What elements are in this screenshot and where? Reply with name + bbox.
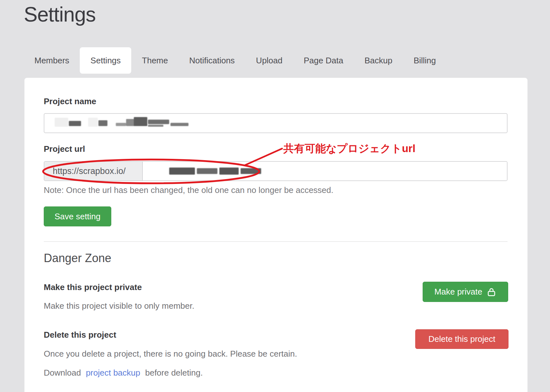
redacted-project-name-value: [44, 114, 507, 132]
tab-billing[interactable]: Billing: [403, 47, 446, 74]
make-private-button[interactable]: Make private: [423, 282, 508, 302]
project-backup-link[interactable]: project backup: [86, 368, 140, 378]
url-prefix: https://scrapbox.io/: [44, 162, 143, 180]
project-url-input[interactable]: [143, 162, 507, 180]
annotation-label: 共有可能なプロジェクトurl: [283, 141, 416, 156]
download-suffix: before deleting.: [145, 368, 203, 378]
make-private-heading: Make this project private: [44, 282, 142, 292]
make-private-button-label: Make private: [435, 287, 482, 297]
redacted-project-url-value: [143, 162, 507, 180]
tab-page-data[interactable]: Page Data: [293, 47, 354, 74]
download-prefix: Download: [44, 368, 81, 378]
tab-members[interactable]: Members: [24, 47, 80, 74]
project-name-label: Project name: [44, 96, 96, 106]
section-divider: [44, 241, 508, 242]
tab-backup[interactable]: Backup: [354, 47, 403, 74]
settings-page: Settings Members Settings Theme Notifica…: [0, 0, 550, 392]
download-backup-line: Download project backup before deleting.: [44, 368, 203, 378]
project-url-input-group: https://scrapbox.io/: [44, 161, 508, 181]
delete-project-button[interactable]: Delete this project: [415, 329, 509, 349]
tab-bar: Members Settings Theme Notifications Upl…: [24, 47, 446, 74]
tab-upload[interactable]: Upload: [245, 47, 293, 74]
page-title: Settings: [24, 3, 96, 26]
delete-project-heading: Delete this project: [44, 330, 116, 340]
tab-settings[interactable]: Settings: [80, 47, 131, 74]
settings-card: Project name Project url https://scrapbo…: [24, 78, 527, 392]
tab-notifications[interactable]: Notifications: [179, 47, 245, 74]
project-name-input[interactable]: [44, 113, 508, 133]
make-private-description: Make this project visible to only member…: [44, 301, 194, 311]
project-url-label: Project url: [44, 144, 85, 154]
save-setting-button[interactable]: Save setting: [44, 206, 111, 226]
tab-theme[interactable]: Theme: [131, 47, 179, 74]
delete-project-description: Once you delete a project, there is no g…: [44, 349, 297, 359]
danger-zone-heading: Danger Zone: [44, 251, 111, 265]
url-change-note: Note: Once the url has been changed, the…: [44, 185, 334, 195]
lock-icon: [487, 287, 496, 297]
